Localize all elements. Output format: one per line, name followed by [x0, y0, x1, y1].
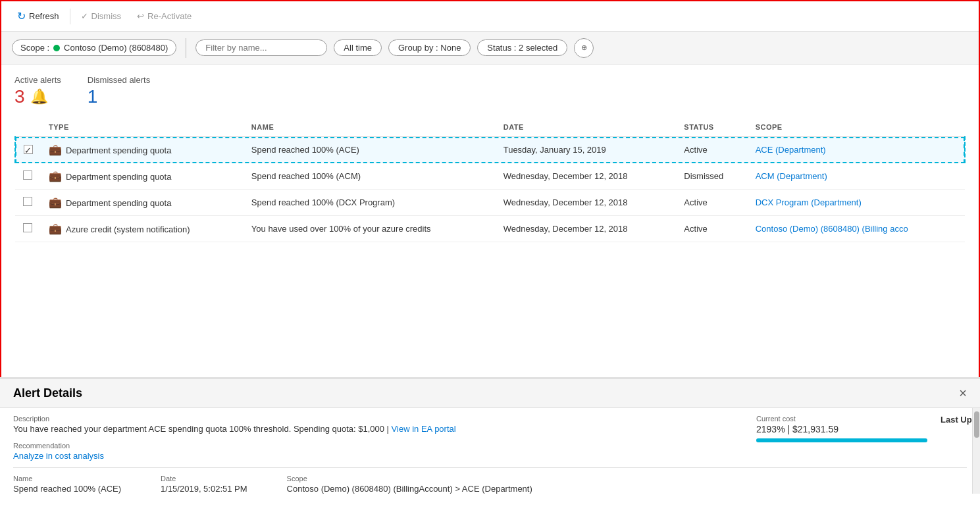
active-alerts-summary: Active alerts 3 🔔	[14, 75, 61, 107]
recommendation-section: Recommendation Analyze in cost analysis	[13, 442, 723, 461]
description-content: You have reached your department ACE spe…	[13, 424, 384, 434]
dismiss-button[interactable]: ✓ Dismiss	[73, 7, 130, 25]
table-row[interactable]: 💼Azure credit (system notification) You …	[15, 216, 965, 242]
type-icon: 💼	[49, 197, 62, 208]
status-label: Status : 2 selected	[487, 43, 557, 53]
current-cost-value: 2193% | $21,931.59	[756, 424, 927, 434]
scope-link[interactable]: DCX Program (Department)	[756, 197, 862, 207]
row-scope: ACM (Department)	[748, 163, 965, 190]
group-by-label: Group by : None	[398, 43, 461, 53]
row-date: Wednesday, December 12, 2018	[496, 163, 677, 190]
current-cost-section: Current cost 2193% | $21,931.59	[756, 415, 927, 445]
progress-bar-bg	[756, 438, 927, 442]
description-label: Description	[13, 415, 723, 423]
dismissed-alerts-summary: Dismissed alerts 1	[88, 75, 150, 107]
refresh-label: Refresh	[29, 11, 59, 21]
view-ea-portal-link[interactable]: View in EA portal	[392, 424, 456, 434]
dismissed-alerts-count: 1	[88, 86, 98, 107]
status-button[interactable]: Status : 2 selected	[477, 39, 567, 56]
row-checkbox[interactable]: ✓	[24, 145, 33, 154]
footer-date-section: Date 1/15/2019, 5:02:51 PM	[161, 475, 247, 494]
toolbar: ↻ Refresh ✓ Dismiss ↩ Re-Activate	[1, 1, 979, 32]
col-type-header: TYPE	[41, 118, 244, 137]
row-checkbox[interactable]	[23, 223, 32, 232]
footer-scope-value: Contoso (Demo) (8608480) (BillingAccount…	[287, 484, 532, 494]
footer-name-value: Spend reached 100% (ACE)	[13, 484, 121, 494]
row-status: Active	[676, 137, 747, 163]
row-type: 💼Department spending quota	[41, 137, 244, 163]
scope-button[interactable]: Scope : Contoso (Demo) (8608480)	[12, 39, 176, 56]
all-time-label: All time	[344, 43, 372, 53]
col-checkbox	[15, 118, 41, 137]
row-scope: ACE (Department)	[748, 137, 965, 163]
scope-name: Contoso (Demo) (8608480)	[64, 43, 168, 53]
row-checkbox-cell: ✓	[15, 137, 41, 163]
col-date-header: DATE	[496, 118, 677, 137]
reactivate-icon: ↩	[137, 11, 144, 21]
progress-bar-fill	[756, 438, 927, 442]
table-header-row: TYPE NAME DATE STATUS SCOPE	[15, 118, 965, 137]
col-scope-header: SCOPE	[748, 118, 965, 137]
row-name: Spend reached 100% (DCX Program)	[244, 190, 496, 216]
row-name: You have used over 100% of your azure cr…	[244, 216, 496, 242]
footer-name-label: Name	[13, 475, 121, 483]
active-alerts-count: 3	[14, 86, 25, 107]
current-cost-label: Current cost	[756, 415, 927, 423]
col-status-header: STATUS	[676, 118, 747, 137]
scrollbar[interactable]	[972, 408, 980, 494]
details-left-section: Description You have reached your depart…	[13, 415, 723, 461]
row-checkbox-cell	[15, 190, 41, 216]
check-icon: ✓	[81, 11, 88, 21]
row-checkbox[interactable]	[23, 197, 32, 206]
scope-link[interactable]: ACM (Department)	[756, 171, 827, 181]
scope-link[interactable]: Contoso (Demo) (8608480) (Billing acco	[756, 224, 908, 234]
toolbar-divider	[70, 9, 70, 24]
refresh-button[interactable]: ↻ Refresh	[9, 6, 67, 26]
row-type: 💼Department spending quota	[41, 163, 244, 190]
active-alerts-label: Active alerts	[14, 75, 61, 85]
table-row[interactable]: 💼Department spending quota Spend reached…	[15, 163, 965, 190]
scope-link[interactable]: ACE (Department)	[756, 145, 826, 155]
row-checkbox-cell	[15, 163, 41, 190]
scrollbar-thumb[interactable]	[974, 411, 979, 438]
row-checkbox[interactable]	[23, 170, 32, 180]
scope-dot-icon	[53, 45, 60, 51]
footer-scope-label: Scope	[287, 475, 532, 483]
group-by-button[interactable]: Group by : None	[388, 39, 471, 56]
alert-details-title: Alert Details	[13, 386, 82, 400]
type-icon: 💼	[49, 170, 62, 182]
refresh-icon: ↻	[17, 10, 26, 22]
row-date: Wednesday, December 12, 2018	[496, 216, 677, 242]
table-row[interactable]: ✓ 💼Department spending quota Spend reach…	[15, 137, 965, 163]
summary-section: Active alerts 3 🔔 Dismissed alerts 1	[14, 75, 966, 107]
footer-name-section: Name Spend reached 100% (ACE)	[13, 475, 121, 494]
table-row[interactable]: 💼Department spending quota Spend reached…	[15, 190, 965, 216]
type-icon: 💼	[49, 144, 62, 155]
reactivate-button[interactable]: ↩ Re-Activate	[129, 7, 199, 25]
recommendation-label: Recommendation	[13, 442, 723, 450]
row-status: Dismissed	[676, 163, 747, 190]
main-content: Active alerts 3 🔔 Dismissed alerts 1 TYP…	[1, 65, 979, 378]
col-name-header: NAME	[244, 118, 496, 137]
dismiss-label: Dismiss	[91, 11, 122, 21]
details-right-section: Current cost 2193% | $21,931.59 Last Upd…	[743, 415, 967, 461]
add-filter-button[interactable]: ⊕	[574, 38, 594, 58]
bell-icon: 🔔	[30, 88, 48, 105]
alert-details-footer: Name Spend reached 100% (ACE) Date 1/15/…	[13, 467, 967, 494]
close-button[interactable]: ×	[959, 386, 967, 401]
row-name: Spend reached 100% (ACE)	[244, 137, 496, 163]
dismissed-alerts-label: Dismissed alerts	[88, 75, 150, 85]
reactivate-label: Re-Activate	[147, 11, 192, 21]
filter-divider	[186, 38, 186, 58]
add-filter-icon: ⊕	[581, 43, 587, 52]
row-status: Active	[676, 216, 747, 242]
alert-details-header: Alert Details ×	[0, 379, 980, 408]
footer-date-label: Date	[161, 475, 247, 483]
pipe-separator: |	[384, 424, 392, 434]
row-name: Spend reached 100% (ACM)	[244, 163, 496, 190]
row-scope: DCX Program (Department)	[748, 190, 965, 216]
analyze-cost-link[interactable]: Analyze in cost analysis	[13, 451, 104, 461]
row-checkbox-cell	[15, 216, 41, 242]
filter-input[interactable]	[195, 39, 327, 56]
all-time-button[interactable]: All time	[334, 39, 382, 56]
